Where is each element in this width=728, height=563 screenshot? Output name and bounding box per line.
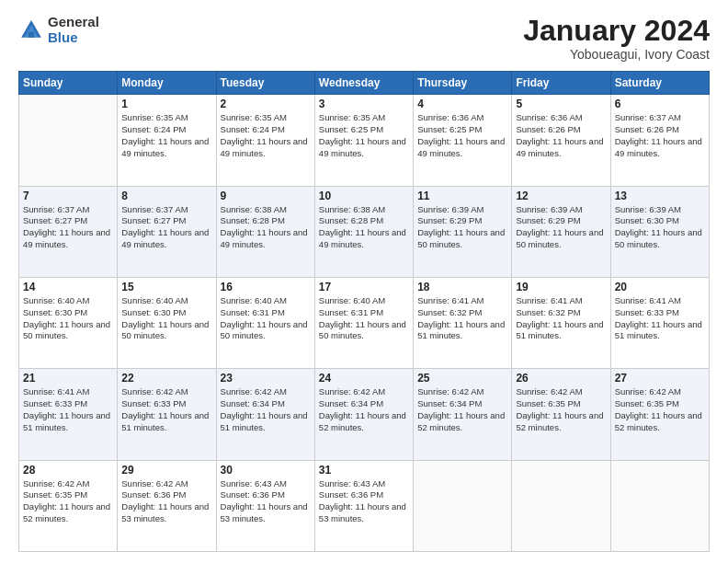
day-number: 3 xyxy=(319,98,409,110)
cell-info: Sunrise: 6:35 AMSunset: 6:25 PMDaylight:… xyxy=(319,112,409,159)
day-number: 27 xyxy=(615,372,705,385)
day-number: 23 xyxy=(221,372,311,385)
day-number: 16 xyxy=(221,281,311,293)
day-number: 21 xyxy=(23,372,113,385)
calendar-cell: 19Sunrise: 6:41 AMSunset: 6:32 PMDayligh… xyxy=(512,277,610,368)
calendar-cell: 12Sunrise: 6:39 AMSunset: 6:29 PMDayligh… xyxy=(512,186,610,277)
cell-info: Sunrise: 6:35 AMSunset: 6:24 PMDaylight:… xyxy=(221,112,311,159)
cell-info: Sunrise: 6:41 AMSunset: 6:32 PMDaylight:… xyxy=(516,295,606,342)
calendar-cell: 3Sunrise: 6:35 AMSunset: 6:25 PMDaylight… xyxy=(314,95,413,186)
cell-info: Sunrise: 6:43 AMSunset: 6:36 PMDaylight:… xyxy=(221,478,311,525)
calendar-cell: 5Sunrise: 6:36 AMSunset: 6:26 PMDaylight… xyxy=(512,95,610,186)
day-number: 19 xyxy=(516,281,606,293)
calendar-cell: 7Sunrise: 6:37 AMSunset: 6:27 PMDaylight… xyxy=(19,186,118,277)
day-number: 7 xyxy=(23,190,113,202)
day-number: 8 xyxy=(121,190,211,202)
col-header-saturday: Saturday xyxy=(610,72,709,95)
day-number: 2 xyxy=(221,98,311,110)
cell-info: Sunrise: 6:43 AMSunset: 6:36 PMDaylight:… xyxy=(319,478,409,525)
day-number: 4 xyxy=(417,98,507,110)
calendar-cell: 16Sunrise: 6:40 AMSunset: 6:31 PMDayligh… xyxy=(216,277,314,368)
calendar-cell: 25Sunrise: 6:42 AMSunset: 6:34 PMDayligh… xyxy=(414,369,512,460)
day-number: 9 xyxy=(221,190,311,202)
calendar-cell: 31Sunrise: 6:43 AMSunset: 6:36 PMDayligh… xyxy=(314,460,413,551)
calendar-cell: 10Sunrise: 6:38 AMSunset: 6:28 PMDayligh… xyxy=(314,186,413,277)
cell-info: Sunrise: 6:41 AMSunset: 6:33 PMDaylight:… xyxy=(23,386,113,433)
cell-info: Sunrise: 6:38 AMSunset: 6:28 PMDaylight:… xyxy=(319,204,409,251)
day-number: 15 xyxy=(121,281,211,293)
cell-info: Sunrise: 6:40 AMSunset: 6:30 PMDaylight:… xyxy=(121,295,211,342)
main-title: January 2024 xyxy=(523,15,710,47)
calendar-cell: 2Sunrise: 6:35 AMSunset: 6:24 PMDaylight… xyxy=(216,95,314,186)
cell-info: Sunrise: 6:36 AMSunset: 6:26 PMDaylight:… xyxy=(516,112,606,159)
calendar-cell: 11Sunrise: 6:39 AMSunset: 6:29 PMDayligh… xyxy=(414,186,512,277)
day-number: 13 xyxy=(615,190,705,202)
day-number: 22 xyxy=(121,372,211,385)
calendar-cell: 22Sunrise: 6:42 AMSunset: 6:33 PMDayligh… xyxy=(118,369,216,460)
day-number: 1 xyxy=(121,98,211,110)
calendar-cell: 14Sunrise: 6:40 AMSunset: 6:30 PMDayligh… xyxy=(19,277,118,368)
day-number: 17 xyxy=(319,281,409,293)
calendar-cell: 13Sunrise: 6:39 AMSunset: 6:30 PMDayligh… xyxy=(610,186,709,277)
calendar-cell: 28Sunrise: 6:42 AMSunset: 6:35 PMDayligh… xyxy=(19,460,118,551)
calendar-cell: 20Sunrise: 6:41 AMSunset: 6:33 PMDayligh… xyxy=(610,277,709,368)
col-header-monday: Monday xyxy=(118,72,216,95)
cell-info: Sunrise: 6:42 AMSunset: 6:33 PMDaylight:… xyxy=(121,386,211,433)
cell-info: Sunrise: 6:42 AMSunset: 6:34 PMDaylight:… xyxy=(319,386,409,433)
calendar-cell: 18Sunrise: 6:41 AMSunset: 6:32 PMDayligh… xyxy=(414,277,512,368)
cell-info: Sunrise: 6:42 AMSunset: 6:35 PMDaylight:… xyxy=(615,386,705,433)
day-number: 31 xyxy=(319,464,409,477)
svg-rect-2 xyxy=(28,31,34,37)
calendar-cell xyxy=(19,95,118,186)
day-number: 25 xyxy=(417,372,507,385)
day-number: 14 xyxy=(23,281,113,293)
cell-info: Sunrise: 6:35 AMSunset: 6:24 PMDaylight:… xyxy=(121,112,211,159)
day-number: 20 xyxy=(615,281,705,293)
col-header-wednesday: Wednesday xyxy=(314,72,413,95)
calendar-cell: 9Sunrise: 6:38 AMSunset: 6:28 PMDaylight… xyxy=(216,186,314,277)
header: General Blue January 2024 Yoboueagui, Iv… xyxy=(18,15,710,62)
calendar-cell: 27Sunrise: 6:42 AMSunset: 6:35 PMDayligh… xyxy=(610,369,709,460)
logo: General Blue xyxy=(18,15,99,45)
title-block: January 2024 Yoboueagui, Ivory Coast xyxy=(523,15,710,62)
col-header-sunday: Sunday xyxy=(19,72,118,95)
calendar-cell: 26Sunrise: 6:42 AMSunset: 6:35 PMDayligh… xyxy=(512,369,610,460)
cell-info: Sunrise: 6:41 AMSunset: 6:32 PMDaylight:… xyxy=(417,295,507,342)
cell-info: Sunrise: 6:36 AMSunset: 6:25 PMDaylight:… xyxy=(417,112,507,159)
calendar-cell: 8Sunrise: 6:37 AMSunset: 6:27 PMDaylight… xyxy=(118,186,216,277)
calendar-cell: 6Sunrise: 6:37 AMSunset: 6:26 PMDaylight… xyxy=(610,95,709,186)
cell-info: Sunrise: 6:41 AMSunset: 6:33 PMDaylight:… xyxy=(615,295,705,342)
day-number: 29 xyxy=(121,464,211,477)
logo-text: General Blue xyxy=(48,15,99,45)
calendar-cell: 23Sunrise: 6:42 AMSunset: 6:34 PMDayligh… xyxy=(216,369,314,460)
calendar-cell xyxy=(610,460,709,551)
cell-info: Sunrise: 6:40 AMSunset: 6:30 PMDaylight:… xyxy=(23,295,113,342)
cell-info: Sunrise: 6:42 AMSunset: 6:34 PMDaylight:… xyxy=(221,386,311,433)
day-number: 10 xyxy=(319,190,409,202)
logo-general: General xyxy=(48,15,99,30)
logo-blue: Blue xyxy=(48,30,99,46)
day-number: 30 xyxy=(221,464,311,477)
day-number: 12 xyxy=(516,190,606,202)
calendar-cell: 24Sunrise: 6:42 AMSunset: 6:34 PMDayligh… xyxy=(314,369,413,460)
cell-info: Sunrise: 6:40 AMSunset: 6:31 PMDaylight:… xyxy=(221,295,311,342)
cell-info: Sunrise: 6:42 AMSunset: 6:35 PMDaylight:… xyxy=(23,478,113,525)
day-number: 6 xyxy=(615,98,705,110)
cell-info: Sunrise: 6:38 AMSunset: 6:28 PMDaylight:… xyxy=(221,204,311,251)
cell-info: Sunrise: 6:42 AMSunset: 6:36 PMDaylight:… xyxy=(121,478,211,525)
calendar-table: SundayMondayTuesdayWednesdayThursdayFrid… xyxy=(18,71,710,552)
col-header-thursday: Thursday xyxy=(414,72,512,95)
col-header-friday: Friday xyxy=(512,72,610,95)
cell-info: Sunrise: 6:37 AMSunset: 6:27 PMDaylight:… xyxy=(23,204,113,251)
cell-info: Sunrise: 6:39 AMSunset: 6:29 PMDaylight:… xyxy=(516,204,606,251)
day-number: 24 xyxy=(319,372,409,385)
calendar-cell: 17Sunrise: 6:40 AMSunset: 6:31 PMDayligh… xyxy=(314,277,413,368)
calendar-cell xyxy=(512,460,610,551)
calendar-cell: 21Sunrise: 6:41 AMSunset: 6:33 PMDayligh… xyxy=(19,369,118,460)
day-number: 18 xyxy=(417,281,507,293)
cell-info: Sunrise: 6:39 AMSunset: 6:30 PMDaylight:… xyxy=(615,204,705,251)
calendar-cell: 1Sunrise: 6:35 AMSunset: 6:24 PMDaylight… xyxy=(118,95,216,186)
day-number: 26 xyxy=(516,372,606,385)
page: General Blue January 2024 Yoboueagui, Iv… xyxy=(0,0,728,563)
day-number: 11 xyxy=(417,190,507,202)
